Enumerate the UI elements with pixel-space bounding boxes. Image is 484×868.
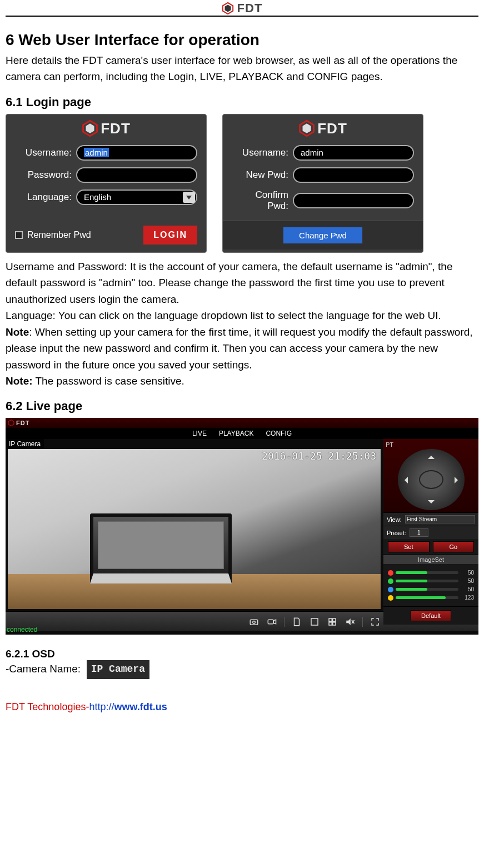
paragraph-userpass: Username and Password: It is the account…: [6, 258, 478, 307]
svg-marker-17: [346, 618, 351, 625]
arrow-down-icon[interactable]: [428, 500, 435, 507]
osd-camera-name-badge: IP Camera: [87, 660, 149, 679]
document-header: FDT: [6, 0, 478, 17]
remember-password-checkbox[interactable]: Remember Pwd: [15, 230, 91, 240]
toolbar-separator: [284, 617, 285, 627]
tab-live[interactable]: LIVE: [192, 430, 207, 437]
svg-marker-4: [186, 196, 192, 199]
svg-marker-11: [273, 620, 276, 624]
grid-view-icon[interactable]: [327, 617, 338, 627]
live-tabs: LIVE PLAYBACK CONFIG: [6, 428, 478, 439]
svg-rect-14: [333, 618, 336, 621]
username-input[interactable]: admin: [293, 145, 414, 161]
view-row: View: First Stream: [383, 512, 478, 526]
arrow-right-icon[interactable]: [455, 477, 461, 483]
language-select[interactable]: English: [76, 189, 197, 205]
camera-name-label: -Camera Name:: [6, 663, 81, 675]
default-button[interactable]: Default: [411, 610, 451, 621]
svg-marker-1: [224, 5, 231, 12]
live-video-area[interactable]: 2016-01-25 21:25:03: [8, 449, 381, 609]
preset-select[interactable]: 1: [410, 528, 428, 537]
snapshot-icon[interactable]: [248, 617, 260, 627]
slider-icon: [388, 578, 393, 584]
fullscreen-icon[interactable]: [370, 617, 381, 627]
svg-marker-3: [86, 124, 94, 134]
preset-go-button[interactable]: Go: [433, 541, 475, 552]
slider-track[interactable]: [396, 571, 458, 574]
live-right-panel: PT View: First Stream Preset: 1 Set G: [383, 439, 478, 611]
pt-control-group: PT: [383, 439, 478, 512]
confirm-password-input[interactable]: [293, 193, 414, 208]
ptz-center-button[interactable]: [419, 470, 443, 489]
arrow-up-icon[interactable]: [428, 452, 435, 459]
osd-camera-name: IP Camera: [6, 439, 44, 449]
svg-rect-15: [329, 622, 332, 625]
image-slider[interactable]: 50: [388, 578, 474, 584]
scene-laptop: [90, 513, 232, 584]
login-panel: FDT Username: admin Password: Language: …: [6, 114, 207, 253]
live-page-screenshot: FDT LIVE PLAYBACK CONFIG IP Camera 2016-…: [6, 418, 478, 635]
login-button[interactable]: LOGIN: [143, 226, 197, 245]
slider-track[interactable]: [396, 580, 458, 582]
paragraph-note2: Note: The password is case sensitive.: [6, 373, 478, 389]
brand-text: FDT: [237, 1, 263, 16]
svg-marker-6: [303, 124, 311, 134]
slider-value: 50: [461, 570, 474, 576]
slider-icon: [388, 595, 393, 601]
brand-text: FDT: [101, 120, 131, 137]
slider-track[interactable]: [396, 596, 458, 599]
svg-point-9: [253, 621, 256, 623]
new-password-label: New Pwd:: [232, 169, 293, 181]
slider-track[interactable]: [396, 588, 458, 591]
view-select[interactable]: First Stream: [405, 515, 475, 523]
single-view-icon[interactable]: [309, 617, 320, 627]
remember-label: Remember Pwd: [27, 230, 91, 240]
note-label: Note: [6, 326, 29, 338]
note-text: : When setting up your camera for the fi…: [6, 326, 473, 371]
image-slider[interactable]: 123: [388, 595, 474, 601]
password-label: Password:: [15, 169, 76, 181]
image-slider[interactable]: 50: [388, 586, 474, 592]
section-6-2-title: 6.2 Live page: [6, 399, 478, 413]
image-slider[interactable]: 50: [388, 570, 474, 576]
change-password-button[interactable]: Change Pwd: [283, 227, 363, 244]
view-label: View:: [387, 516, 402, 523]
svg-rect-8: [250, 620, 258, 625]
svg-rect-10: [268, 620, 273, 624]
pt-title: PT: [386, 441, 476, 448]
svg-rect-16: [333, 622, 336, 625]
toolbar-separator: [362, 617, 363, 627]
section-6-title: 6 Web User Interface for operation: [6, 31, 478, 49]
preset-set-button[interactable]: Set: [388, 541, 430, 552]
svg-marker-7: [8, 420, 14, 426]
footer-url-host: www.fdt.us: [114, 701, 167, 712]
username-input[interactable]: admin: [76, 145, 197, 161]
checkbox-icon: [15, 231, 23, 239]
tab-playback[interactable]: PLAYBACK: [219, 430, 253, 437]
sdcard-icon[interactable]: [291, 617, 302, 627]
slider-value: 50: [461, 586, 474, 592]
slider-icon: [388, 587, 393, 592]
slider-value: 50: [461, 578, 474, 584]
connection-status: connected: [7, 626, 37, 633]
tab-config[interactable]: CONFIG: [266, 430, 292, 437]
brand-text: FDT: [317, 120, 347, 137]
username-label: Username:: [15, 147, 76, 158]
note-text: The password is case sensitive.: [33, 375, 184, 387]
password-input[interactable]: [76, 167, 197, 183]
osd-camera-name-row: -Camera Name: IP Camera: [6, 660, 478, 679]
arrow-left-icon[interactable]: [401, 477, 408, 483]
slider-value: 123: [461, 595, 474, 601]
brand-hex-icon: [222, 2, 234, 14]
change-panel-logo: FDT: [232, 120, 414, 137]
slider-icon: [388, 570, 393, 576]
record-icon[interactable]: [266, 617, 277, 627]
chevron-down-icon[interactable]: [183, 192, 195, 203]
imageset-title: ImageSet: [383, 555, 478, 564]
svg-rect-13: [329, 618, 332, 621]
new-password-input[interactable]: [293, 167, 414, 183]
ptz-dpad[interactable]: [398, 449, 465, 510]
note-label: Note:: [6, 375, 33, 387]
mute-icon[interactable]: [345, 617, 356, 627]
svg-rect-12: [311, 618, 318, 625]
